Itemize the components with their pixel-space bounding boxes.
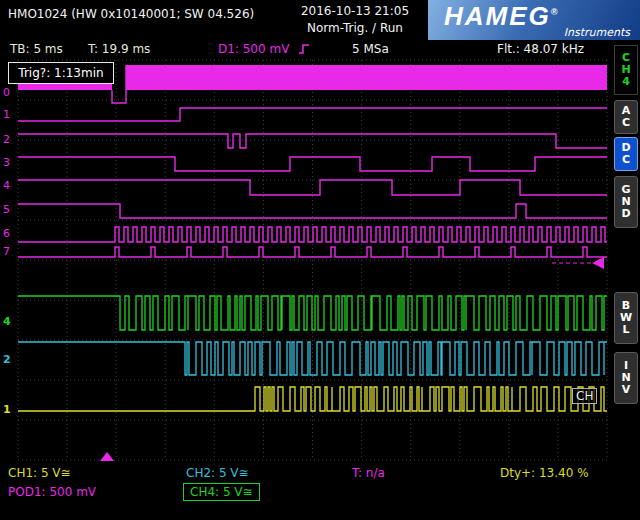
digital-label-D5: 5 — [3, 203, 10, 216]
digital-trace-D1 — [18, 108, 607, 121]
digital-busy-D0 — [126, 65, 607, 90]
softkey-label: DC — [620, 142, 632, 166]
hameg-logo: HAMEG® Instruments — [428, 0, 640, 40]
softkey-inv[interactable]: INV — [614, 352, 638, 404]
timebase-readout: TB: 5 ms — [10, 42, 63, 56]
datetime: 2016-10-13 21:05 — [275, 3, 435, 20]
device-id: HMO1024 (HW 0x10140001; SW 04.526) — [8, 7, 254, 21]
digital-trace-D6 — [18, 227, 607, 242]
softkey-gnd[interactable]: GND — [614, 176, 638, 228]
trigger-source-readout: D1: 500 mV — [218, 42, 289, 56]
analog-label-CH2: 2 — [3, 353, 11, 366]
analog-trace-CH1 — [18, 387, 607, 411]
sample-rate-readout: 5 MSa — [352, 42, 389, 56]
brand-name: HAMEG® — [444, 1, 557, 32]
digital-label-D1: 1 — [3, 108, 10, 121]
analog-label-CH1: 1 — [3, 403, 11, 416]
rising-edge-icon — [298, 43, 310, 55]
waveform-display: 01234567421 Trig?: 1:13min CH — [0, 58, 612, 462]
trigger-info-label: Trig?: 1:13min — [8, 62, 114, 84]
softkey-bwl[interactable]: BWL — [614, 292, 638, 344]
digital-trace-D5 — [18, 204, 607, 218]
softkey-label: AC — [620, 105, 632, 129]
time-readout: T: 19.9 ms — [88, 42, 150, 56]
digital-label-D0: 0 — [3, 86, 10, 99]
header-center: 2016-10-13 21:05 Norm-Trig. / Run — [275, 3, 435, 37]
footer-bar: CH1: 5 V≅ POD1: 500 mV CH2: 5 V≅ CH4: 5 … — [0, 462, 640, 520]
softkey-label: GND — [620, 184, 632, 220]
channel-overlay-label: CH — [572, 388, 597, 404]
status-bar: TB: 5 ms T: 19.9 ms D1: 500 mV 5 MSa Flt… — [0, 40, 612, 58]
softkey-label: BWL — [620, 300, 632, 336]
trigger-time-marker[interactable] — [100, 452, 114, 461]
pod1-readout: POD1: 500 mV — [8, 485, 96, 499]
trigger-level-arrow[interactable] — [592, 257, 604, 269]
ch4-readout-selected: CH4: 5 V≅ — [183, 483, 260, 501]
digital-label-D4: 4 — [3, 179, 10, 192]
digital-label-D2: 2 — [3, 133, 10, 146]
header-bar: HMO1024 (HW 0x10140001; SW 04.526) 2016-… — [0, 0, 640, 40]
softkey-dc[interactable]: DC — [614, 137, 638, 171]
analog-label-CH4: 4 — [3, 315, 11, 328]
filter-readout: Flt.: 48.07 kHz — [497, 42, 584, 56]
analog-trace-CH2 — [18, 342, 607, 375]
registered-mark: ® — [551, 7, 558, 17]
soft-menu: CH4 ACDCGNDBWLINV — [612, 40, 640, 462]
digital-trace-D0 — [112, 65, 126, 103]
softkey-ac[interactable]: AC — [614, 100, 638, 134]
ch1-readout: CH1: 5 V≅ — [8, 466, 71, 480]
scope-svg: 01234567421 — [0, 58, 612, 462]
trigger-status: Norm-Trig. / Run — [275, 20, 435, 37]
soft-menu-title-label: CH4 — [620, 52, 632, 88]
soft-menu-title: CH4 — [614, 45, 638, 95]
digital-label-D7: 7 — [3, 245, 10, 258]
ch2-readout: CH2: 5 V≅ — [186, 466, 249, 480]
analog-trace-CH4 — [18, 296, 607, 330]
oscilloscope-screen: HMO1024 (HW 0x10140001; SW 04.526) 2016-… — [0, 0, 640, 520]
digital-label-D6: 6 — [3, 227, 10, 240]
trigger-value-readout: T: n/a — [352, 466, 385, 480]
brand-subtitle: Instruments — [564, 26, 630, 39]
digital-label-D3: 3 — [3, 156, 10, 169]
duty-cycle-readout: Dty+: 13.40 % — [500, 466, 589, 480]
softkey-label: INV — [620, 360, 632, 396]
